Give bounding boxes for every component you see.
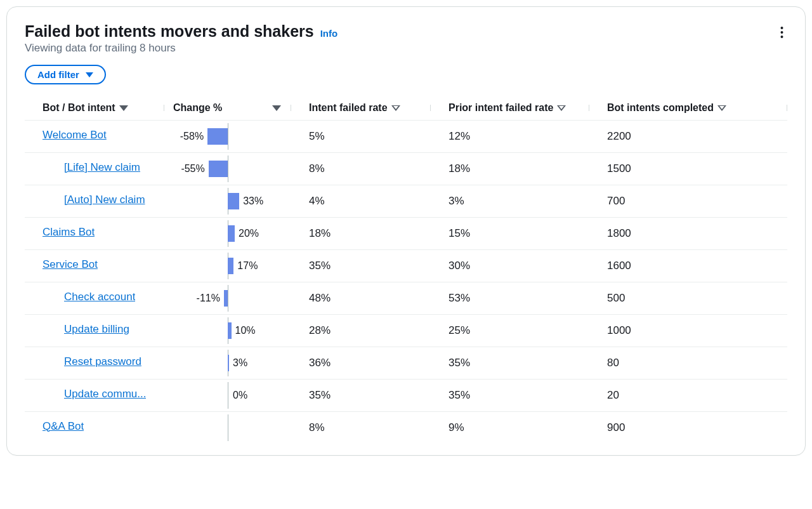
subtitle: Viewing data for trailing 8 hours <box>25 42 337 55</box>
completed-cell: 500 <box>589 292 787 305</box>
svg-point-0 <box>781 27 783 29</box>
change-cell: 33% <box>164 185 291 217</box>
failed-rate-cell: 35% <box>291 389 431 402</box>
prior-failed-cell: 9% <box>431 421 589 434</box>
change-label: 3% <box>233 357 247 369</box>
failed-rate-cell: 8% <box>291 162 431 175</box>
failed-rate-cell: 35% <box>291 260 431 272</box>
change-label: -55% <box>181 163 204 175</box>
change-bar <box>228 322 232 339</box>
completed-cell: 20 <box>589 389 787 402</box>
change-bar <box>209 161 228 177</box>
more-vertical-icon <box>780 26 783 39</box>
chevron-down-icon <box>86 72 93 77</box>
prior-failed-cell: 35% <box>431 357 589 369</box>
bot-link[interactable]: Update billing <box>64 323 129 336</box>
table-row: Welcome Bot-58%5%12%2200 <box>25 120 787 152</box>
prior-failed-cell: 53% <box>431 292 589 305</box>
col-header-prior[interactable]: Prior intent failed rate <box>431 102 589 114</box>
axis-line <box>228 414 228 441</box>
table-row: Service Bot17%35%30%1600 <box>25 249 787 282</box>
change-bar <box>228 355 229 371</box>
completed-cell: 1600 <box>589 260 787 272</box>
prior-failed-cell: 25% <box>431 324 589 337</box>
bot-link[interactable]: Update commu... <box>64 388 146 400</box>
table-row: [Life] New claim-55%8%18%1500 <box>25 152 787 185</box>
table-row: Claims Bot20%18%15%1800 <box>25 217 787 249</box>
name-cell: Update billing <box>25 323 164 339</box>
change-label: 20% <box>239 228 259 239</box>
table-row: [Auto] New claim33%4%3%700 <box>25 185 787 217</box>
axis-line <box>228 155 228 182</box>
sort-icon <box>119 105 128 111</box>
change-bar <box>224 290 228 307</box>
name-cell: Q&A Bot <box>25 420 164 436</box>
bot-link[interactable]: Welcome Bot <box>43 129 107 142</box>
bot-link[interactable]: Check account <box>64 291 135 303</box>
failed-rate-cell: 5% <box>291 130 431 143</box>
completed-cell: 1500 <box>589 162 787 175</box>
add-filter-button[interactable]: Add filter <box>25 65 106 84</box>
col-header-completed[interactable]: Bot intents completed <box>589 102 787 114</box>
name-cell: Update commu... <box>25 388 164 404</box>
failed-rate-cell: 28% <box>291 324 431 337</box>
name-cell: Welcome Bot <box>25 129 164 145</box>
completed-cell: 1000 <box>589 324 787 337</box>
col-separator <box>787 105 787 111</box>
table-body: Welcome Bot-58%5%12%2200[Life] New claim… <box>25 120 787 444</box>
change-cell: -55% <box>164 153 291 185</box>
axis-line <box>228 123 228 150</box>
table-row: Update commu...0%35%35%20 <box>25 379 787 411</box>
completed-cell: 900 <box>589 421 787 434</box>
name-cell: Claims Bot <box>25 226 164 242</box>
col-header-bot-label: Bot / Bot intent <box>43 102 115 114</box>
bot-link[interactable]: [Life] New claim <box>64 161 140 174</box>
bot-link[interactable]: Claims Bot <box>43 226 95 239</box>
bot-link[interactable]: Q&A Bot <box>43 420 84 433</box>
change-cell: 3% <box>164 347 291 379</box>
info-link[interactable]: Info <box>320 28 338 39</box>
change-cell: 10% <box>164 315 291 347</box>
name-cell: Reset password <box>25 355 164 371</box>
prior-failed-cell: 15% <box>431 227 589 240</box>
name-cell: [Auto] New claim <box>25 194 164 209</box>
name-cell: Service Bot <box>25 258 164 274</box>
name-cell: Check account <box>25 291 164 307</box>
header-row: Failed bot intents movers and shakers In… <box>25 22 787 55</box>
more-menu-button[interactable] <box>776 22 787 45</box>
col-header-change[interactable]: Change % <box>164 102 291 114</box>
change-label: 10% <box>235 325 256 336</box>
bot-link[interactable]: Service Bot <box>43 258 98 271</box>
prior-failed-cell: 12% <box>431 130 589 143</box>
name-cell: [Life] New claim <box>25 161 164 177</box>
sort-icon <box>272 105 281 111</box>
failed-rate-cell: 8% <box>291 421 431 434</box>
bot-link[interactable]: Reset password <box>64 355 141 368</box>
completed-cell: 700 <box>589 195 787 208</box>
table-row: Check account-11%48%53%500 <box>25 282 787 314</box>
failed-rate-cell: 48% <box>291 292 431 305</box>
failed-rate-cell: 4% <box>291 195 431 208</box>
svg-point-1 <box>781 31 783 34</box>
change-label: -58% <box>180 131 204 142</box>
title-block: Failed bot intents movers and shakers In… <box>25 22 337 55</box>
col-header-bot[interactable]: Bot / Bot intent <box>25 102 164 114</box>
page-title: Failed bot intents movers and shakers <box>25 22 314 41</box>
sort-icon <box>391 105 400 111</box>
completed-cell: 80 <box>589 357 787 369</box>
change-bar <box>207 128 228 145</box>
col-header-failed[interactable]: Intent failed rate <box>291 102 431 114</box>
change-bar <box>228 258 233 274</box>
prior-failed-cell: 18% <box>431 162 589 175</box>
failed-rate-cell: 36% <box>291 357 431 369</box>
change-label: -11% <box>197 293 220 304</box>
change-bar <box>228 225 235 242</box>
change-cell: -11% <box>164 282 291 314</box>
sort-icon <box>557 105 566 111</box>
add-filter-label: Add filter <box>37 69 79 80</box>
bot-link[interactable]: [Auto] New claim <box>64 194 145 206</box>
change-cell: -58% <box>164 121 291 152</box>
table-header-row: Bot / Bot intent Change % Intent failed … <box>25 97 787 120</box>
change-cell: 0% <box>164 380 291 411</box>
col-header-prior-label: Prior intent failed rate <box>449 102 553 114</box>
